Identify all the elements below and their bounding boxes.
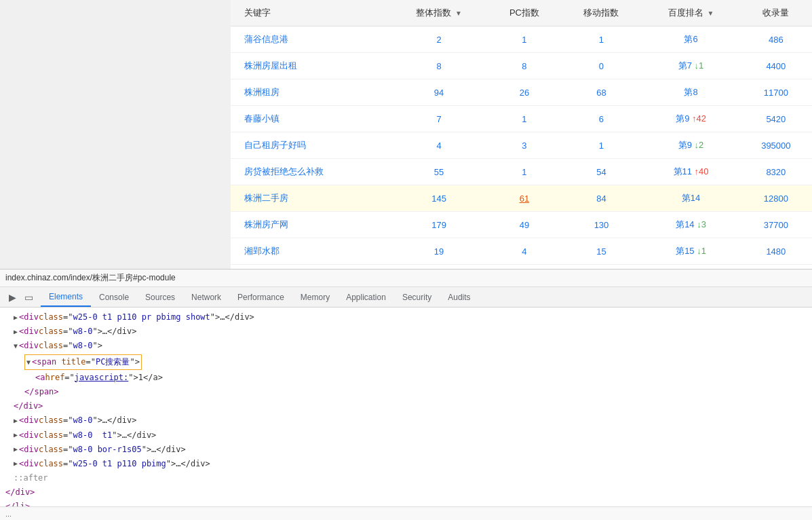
table-row: 株洲租房942668第811700 [231,79,812,106]
table-row: 自己租房子好吗431第9 ↓2395000 [231,132,812,159]
cell-pc: 26 [488,79,560,106]
col-pc: PC指数 [488,0,560,26]
table-row: 株洲房产网17949130第14 ↓337700 [231,212,812,238]
cell-rank: 第14 ↓3 [642,212,739,238]
code-line: ▶<div class="w25-0 t1 p110 pbimg">…</div… [0,457,812,471]
table-row: 房贷被拒绝怎么补救55154第11 ↑408320 [231,159,812,185]
cell-count: 5420 [740,106,812,132]
col-count: 收录量 [740,0,812,26]
tab-security[interactable]: Security [394,289,440,306]
cell-pc: 1 [488,106,560,132]
devtools-toolbar-icons: ▶ ▭ [5,291,35,304]
expand-arrow[interactable]: ▶ [14,327,18,337]
collapse-arrow[interactable]: ▼ [26,358,31,366]
cell-overall: 2 [390,26,488,53]
sort-arrow-overall: ▼ [455,10,462,17]
cell-rank: 第14 [642,185,739,212]
expand-arrow[interactable]: ▶ [14,312,18,323]
cell-mobile: 68 [561,79,642,106]
cell-keyword: 株洲房屋出租 [231,53,390,79]
cell-keyword: 春藤小镇 [231,106,390,132]
data-table: 关键字 整体指数 ▼ PC指数 移动指数 百度排名 ▼ 收录量 蒲谷信息港211… [231,0,812,265]
tab-performance[interactable]: Performance [229,289,292,306]
col-keyword: 关键字 [231,0,390,26]
cell-pc: 3 [488,132,560,159]
cell-overall: 179 [390,212,488,238]
expand-arrow[interactable]: ▶ [14,458,18,469]
cell-keyword: 蒲谷信息港 [231,26,390,53]
cell-count: 37700 [740,212,812,238]
tab-audits[interactable]: Audits [440,289,478,306]
url-bar: index.chinaz.com/index/株洲二手房#pc-module [0,270,812,287]
bottom-bar: ... [0,506,812,520]
expand-arrow[interactable]: ▶ [14,444,18,455]
cell-overall: 94 [390,79,488,106]
cell-pc: 8 [488,53,560,79]
code-line: ▶<div class="w8-0">…</div> [0,413,812,428]
table-row: 湘郢水郡19415第15 ↓11480 [231,238,812,265]
cell-keyword: 房贷被拒绝怎么补救 [231,159,390,185]
bottom-ellipsis: ... [5,510,12,518]
col-overall[interactable]: 整体指数 ▼ [390,0,488,26]
devtools-panel: index.chinaz.com/index/株洲二手房#pc-module ▶… [0,269,812,520]
cell-pc: 4 [488,238,560,265]
expand-arrow[interactable]: ▶ [14,415,18,426]
cell-overall: 4 [390,132,488,159]
cell-overall: 55 [390,159,488,185]
url-text: index.chinaz.com/index/株洲二手房#pc-module [5,272,176,284]
cell-count: 11700 [740,79,812,106]
code-line: ▶<div class="w25-0 t1 p110 pr pbimg show… [0,310,812,324]
devtools-tabs: ▶ ▭ Elements Console Sources Network Per… [0,287,812,308]
cell-rank: 第7 ↓1 [642,53,739,79]
tab-application[interactable]: Application [338,289,394,306]
cell-rank: 第11 ↑40 [642,159,739,185]
cell-mobile: 84 [561,185,642,212]
col-rank[interactable]: 百度排名 ▼ [642,0,739,26]
table-row: 春藤小镇716第9 ↑425420 [231,106,812,132]
cell-mobile: 1 [561,26,642,53]
cell-keyword: 株洲二手房 [231,185,390,212]
device-icon[interactable]: ▭ [22,291,35,304]
tab-memory[interactable]: Memory [292,289,338,306]
code-line: </span> [0,385,812,399]
tab-network[interactable]: Network [183,289,229,306]
code-line: ▼<span title="PC搜索量"> [0,354,812,371]
cell-overall: 19 [390,238,488,265]
tab-elements[interactable]: Elements [41,288,91,307]
inspect-icon[interactable]: ▶ [5,291,19,304]
cell-mobile: 15 [561,238,642,265]
cell-keyword: 株洲租房 [231,79,390,106]
table-row: 株洲二手房1456184第1412800 [231,185,812,212]
cell-pc: 1 [488,159,560,185]
code-line: </div> [0,399,812,413]
code-line: ▶<div class="w8-0 t1">…</div> [0,428,812,443]
table-row: 蒲谷信息港211第6486 [231,26,812,53]
cell-count: 1480 [740,238,812,265]
code-line: </div> [0,485,812,500]
cell-rank: 第6 [642,26,739,53]
col-mobile: 移动指数 [561,0,642,26]
cell-count: 486 [740,26,812,53]
code-line: ▼<div class="w8-0"> [0,339,812,353]
collapse-arrow[interactable]: ▼ [14,341,18,352]
table-area: 关键字 整体指数 ▼ PC指数 移动指数 百度排名 ▼ 收录量 蒲谷信息港211… [231,0,812,269]
cell-count: 12800 [740,185,812,212]
cell-keyword: 自己租房子好吗 [231,132,390,159]
cell-overall: 8 [390,53,488,79]
cell-count: 8320 [740,159,812,185]
code-line: </li> [0,500,812,506]
cell-pc: 49 [488,212,560,238]
tab-sources[interactable]: Sources [137,289,183,306]
code-line: <a href="javascript:">1</a> [0,371,812,385]
sort-arrow-rank: ▼ [707,10,714,17]
cell-count: 395000 [740,132,812,159]
cell-overall: 145 [390,185,488,212]
tab-console[interactable]: Console [91,289,137,306]
cell-keyword: 湘郢水郡 [231,238,390,265]
code-line: ▶<div class="w8-0 bor-r1s05">…</div> [0,443,812,457]
code-line: ▶<div class="w8-0">…</div> [0,324,812,339]
cell-overall: 7 [390,106,488,132]
expand-arrow[interactable]: ▶ [14,430,18,441]
cell-pc: 1 [488,26,560,53]
devtools-content: ▶<div class="w25-0 t1 p110 pr pbimg show… [0,308,812,506]
